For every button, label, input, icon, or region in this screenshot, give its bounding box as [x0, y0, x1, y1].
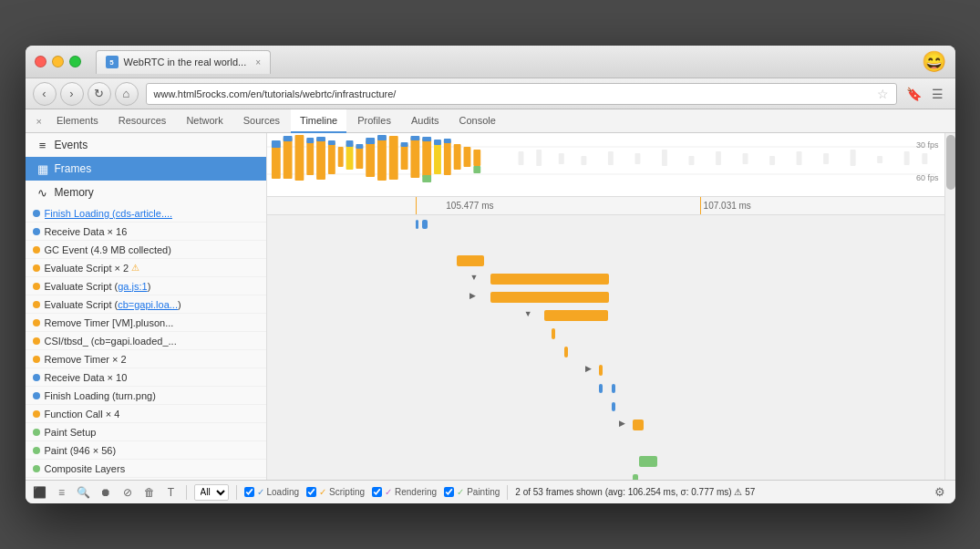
record-circle-icon[interactable]: ⏺ — [98, 485, 113, 500]
timeline-entries-list: Finish Loading (cds-article.... Receive … — [26, 204, 266, 480]
tab-profiles[interactable]: Profiles — [348, 109, 400, 133]
svg-rect-42 — [607, 151, 613, 165]
event-row — [267, 379, 944, 398]
svg-rect-5 — [283, 136, 292, 141]
list-item[interactable]: Finish Loading (turn.png) — [26, 387, 266, 405]
loading-text: Loading — [267, 487, 300, 497]
browser-window: 5 WebRTC in the real world... × 😄 ‹ › ↻ … — [26, 46, 955, 503]
entry-label: Finish Loading (turn.png) — [45, 390, 156, 401]
entry-color-dot — [33, 283, 40, 290]
maximize-button[interactable] — [69, 56, 81, 67]
event-row: ▶ — [267, 416, 944, 434]
sidebar-item-frames[interactable]: ▦ Frames — [26, 157, 266, 181]
event-row: ▼ — [267, 306, 944, 325]
forward-button[interactable]: › — [60, 82, 84, 106]
svg-rect-47 — [742, 153, 748, 164]
frame-count: 57 — [745, 487, 755, 497]
tab-console[interactable]: Console — [450, 109, 505, 133]
event-bar — [544, 310, 608, 321]
avg-text: (avg: 106.254 ms, σ: 0.777 ms) — [605, 487, 732, 497]
titlebar: 5 WebRTC in the real world... × 😄 — [26, 46, 955, 78]
stop-icon[interactable]: ⊘ — [120, 485, 135, 500]
tab-title: WebRTC in the real world... — [124, 57, 247, 67]
sidebar-item-memory[interactable]: ∿ Memory — [26, 181, 266, 204]
list-item[interactable]: Receive Data × 16 — [26, 223, 266, 241]
tab-elements[interactable]: Elements — [47, 109, 108, 133]
settings-gear-icon[interactable]: ⚙ — [932, 484, 948, 501]
tab-close-button[interactable]: × — [255, 57, 261, 67]
tab-resources[interactable]: Resources — [109, 109, 176, 133]
list-item[interactable]: GC Event (4.9 MB collected) — [26, 241, 266, 259]
svg-rect-29 — [422, 175, 431, 182]
list-item[interactable]: Remove Timer × 2 — [26, 350, 266, 368]
frames-shown: 2 of 53 frames shown — [515, 487, 603, 497]
scripting-checkbox[interactable] — [306, 487, 316, 497]
filter-select[interactable]: All — [194, 484, 229, 501]
back-button[interactable]: ‹ — [33, 82, 57, 106]
minimize-button[interactable] — [52, 56, 64, 67]
list-item[interactable]: Paint Setup — [26, 423, 266, 441]
text-icon[interactable]: T — [164, 485, 179, 500]
loading-label: ✓ — [257, 487, 264, 497]
rendering-filter: ✓ Rendering — [372, 487, 437, 497]
divider — [186, 485, 187, 500]
menu-icon[interactable]: ☰ — [928, 84, 948, 104]
tab-sources[interactable]: Sources — [234, 109, 289, 133]
home-button[interactable]: ⌂ — [115, 82, 139, 106]
svg-rect-15 — [346, 140, 353, 147]
svg-rect-45 — [688, 156, 694, 165]
record-icon[interactable]: ⬛ — [33, 485, 47, 500]
svg-rect-38 — [518, 151, 523, 165]
fps-60-label: 60 fps — [916, 173, 939, 182]
devtools-close-button[interactable]: × — [33, 116, 46, 127]
tab-network[interactable]: Network — [177, 109, 232, 133]
svg-rect-25 — [410, 138, 419, 178]
list-item[interactable]: Evaluate Script × 2 ⚠ — [26, 259, 266, 277]
extensions-icon[interactable]: 🔖 — [904, 84, 924, 104]
entry-label: CSI/tbsd_ (cb=gapi.loaded_... — [45, 336, 177, 347]
svg-rect-9 — [316, 139, 325, 180]
trash-icon[interactable]: 🗑 — [142, 485, 157, 500]
refresh-button[interactable]: ↻ — [88, 82, 111, 106]
tab-timeline[interactable]: Timeline — [291, 109, 346, 133]
memory-icon: ∿ — [36, 186, 49, 200]
svg-rect-20 — [377, 137, 387, 181]
list-item[interactable]: Evaluate Script (cb=gapi.loa...) — [26, 295, 266, 314]
address-bar[interactable]: www.html5rocks.com/en/tutorials/webrtc/i… — [146, 83, 897, 105]
entry-color-dot — [33, 465, 40, 472]
expand-arrow: ▶ — [619, 419, 625, 428]
scrollbar-thumb[interactable] — [946, 135, 955, 190]
list-item[interactable]: Finish Loading (cds-article.... — [26, 204, 266, 223]
entry-color-dot — [33, 264, 40, 272]
entry-color-dot — [33, 374, 40, 381]
scrollbar[interactable] — [944, 133, 955, 480]
event-row: ▼ — [267, 270, 944, 288]
expand-arrow: ▼ — [524, 309, 532, 318]
list-item[interactable]: CSI/tbsd_ (cb=gapi.loaded_... — [26, 332, 266, 350]
event-row — [267, 452, 944, 471]
list-item[interactable]: Remove Timer [VM].pluson... — [26, 314, 266, 332]
emoji-icon: 😄 — [922, 50, 946, 74]
event-bar — [612, 384, 615, 393]
list-item[interactable]: Composite Layers — [26, 460, 266, 478]
svg-rect-6 — [294, 135, 304, 181]
browser-tab[interactable]: 5 WebRTC in the real world... × — [96, 50, 272, 74]
sidebar-item-events[interactable]: ≡ Events — [26, 133, 266, 157]
sidebar: ≡ Events ▦ Frames ∿ Memory Finish Loadin… — [26, 133, 267, 480]
entry-label: Function Call × 4 — [45, 409, 120, 420]
events-icon: ≡ — [36, 139, 49, 152]
painting-checkbox[interactable] — [444, 487, 454, 497]
bookmark-icon[interactable]: ☆ — [877, 87, 889, 101]
close-button[interactable] — [35, 56, 46, 67]
list-item[interactable]: Function Call × 4 — [26, 405, 266, 423]
list-item[interactable]: Receive Data × 10 — [26, 368, 266, 387]
loading-checkbox[interactable] — [244, 487, 254, 497]
list-item[interactable]: Evaluate Script (ga.js:1) — [26, 277, 266, 295]
search-icon[interactable]: 🔍 — [77, 485, 91, 500]
list-item[interactable]: Paint (946 × 56) — [26, 441, 266, 460]
clear-icon[interactable]: ≡ — [55, 485, 69, 500]
tab-audits[interactable]: Audits — [402, 109, 449, 133]
sidebar-item-events-label: Events — [55, 139, 88, 151]
rendering-checkbox[interactable] — [372, 487, 382, 497]
entry-color-dot — [33, 447, 40, 454]
